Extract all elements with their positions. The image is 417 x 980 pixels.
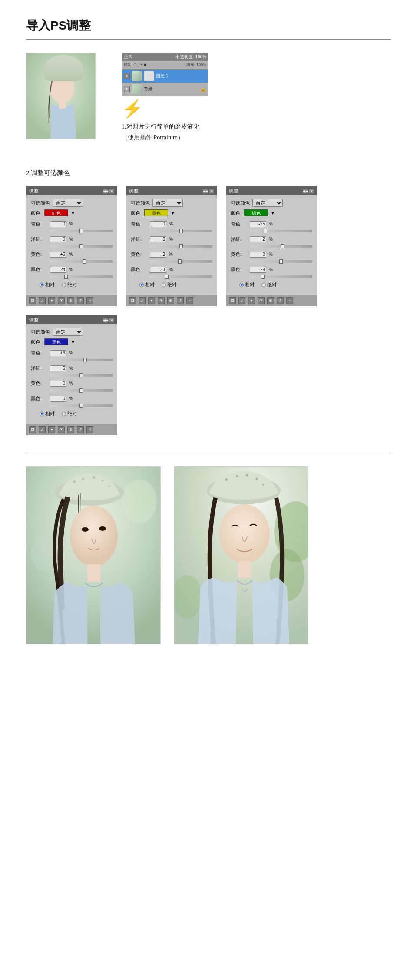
- ps-layer2-row[interactable]: 👁 背景 🔒: [122, 83, 208, 96]
- adj-green-black-slider[interactable]: [250, 275, 312, 278]
- adj-red-yellow-slider[interactable]: [50, 260, 113, 263]
- adj-red-black-slider[interactable]: [50, 275, 113, 278]
- adj-green-cyan-thumb[interactable]: [264, 229, 267, 233]
- g-footer-icon-6[interactable]: ↺: [277, 297, 284, 304]
- adj-green-absolute[interactable]: 绝对: [261, 281, 277, 288]
- b-footer-icon-1[interactable]: ⊡: [29, 426, 36, 433]
- adj-blue-magenta-thumb[interactable]: [79, 373, 83, 377]
- panel-red-pin[interactable]: ◀◀: [103, 189, 108, 194]
- b-footer-icon-4[interactable]: 👁: [58, 426, 65, 433]
- adj-red-relative-radio[interactable]: [40, 283, 44, 287]
- adj-yellow-black-slider[interactable]: [150, 275, 212, 278]
- g-footer-icon-5[interactable]: ⊕: [267, 297, 274, 304]
- panel-red-close[interactable]: ✕: [109, 189, 114, 194]
- footer-icon-7[interactable]: ≡: [86, 297, 93, 304]
- ps-layer1-row[interactable]: 👁 图层 1: [122, 70, 208, 83]
- y-footer-icon-5[interactable]: ⊕: [167, 297, 174, 304]
- adj-blue-black-slider[interactable]: [50, 404, 113, 407]
- adj-blue-magenta-input[interactable]: [50, 365, 66, 371]
- b-footer-icon-3[interactable]: ●: [48, 426, 55, 433]
- adj-green-magenta-input[interactable]: [250, 236, 266, 242]
- adj-yellow-yellow-slider[interactable]: [150, 260, 212, 263]
- adj-blue-black-thumb[interactable]: [79, 404, 83, 408]
- adj-blue-cyan-input[interactable]: [50, 350, 66, 356]
- adj-red-black-thumb[interactable]: [64, 275, 68, 279]
- adj-blue-relative[interactable]: 相对: [40, 411, 55, 417]
- footer-icon-5[interactable]: ⊕: [67, 297, 74, 304]
- adj-green-preset-select[interactable]: 自定: [252, 199, 283, 207]
- adj-blue-yellow-input[interactable]: [50, 381, 66, 387]
- adj-blue-yellow-slider[interactable]: [50, 389, 113, 392]
- adj-blue-absolute[interactable]: 绝对: [62, 411, 77, 417]
- panel-yellow-close[interactable]: ✕: [209, 189, 214, 194]
- adj-red-absolute[interactable]: 绝对: [62, 281, 77, 288]
- adj-red-yellow-thumb[interactable]: [83, 259, 86, 264]
- footer-icon-2[interactable]: ↙: [39, 297, 46, 304]
- adj-green-color-dropdown[interactable]: ▼: [271, 211, 275, 215]
- adj-green-yellow-input[interactable]: [250, 252, 266, 258]
- footer-icon-6[interactable]: ↺: [77, 297, 84, 304]
- adj-red-absolute-radio[interactable]: [62, 283, 66, 287]
- adj-red-preset-select[interactable]: 自定: [53, 199, 83, 207]
- adj-green-yellow-thumb[interactable]: [279, 259, 283, 264]
- adj-yellow-cyan-slider[interactable]: [150, 230, 212, 232]
- adj-yellow-relative-radio[interactable]: [139, 283, 144, 287]
- y-footer-icon-3[interactable]: ●: [148, 297, 155, 304]
- y-footer-icon-4[interactable]: 👁: [158, 297, 165, 304]
- panel-green-pin[interactable]: ◀◀: [302, 189, 308, 194]
- footer-icon-4[interactable]: 👁: [58, 297, 65, 304]
- adj-yellow-black-input[interactable]: [150, 267, 166, 273]
- adj-blue-black-input[interactable]: [50, 396, 66, 402]
- adj-yellow-cyan-input[interactable]: [150, 221, 166, 227]
- g-footer-icon-7[interactable]: ≡: [286, 297, 293, 304]
- adj-yellow-color-dropdown[interactable]: ▼: [171, 211, 175, 215]
- adj-red-magenta-input[interactable]: [50, 236, 66, 242]
- panel-blue-pin[interactable]: ◀◀: [103, 318, 108, 323]
- footer-icon-1[interactable]: ⊡: [29, 297, 36, 304]
- adj-yellow-absolute-radio[interactable]: [162, 283, 166, 287]
- layer2-visibility-icon[interactable]: 👁: [124, 86, 130, 92]
- adj-blue-preset-select[interactable]: 自定: [53, 328, 83, 336]
- b-footer-icon-7[interactable]: ≡: [86, 426, 93, 433]
- adj-yellow-yellow-input[interactable]: [150, 252, 166, 258]
- adj-blue-cyan-slider[interactable]: [50, 359, 113, 361]
- adj-blue-relative-radio[interactable]: [40, 412, 44, 416]
- adj-yellow-magenta-input[interactable]: [150, 236, 166, 242]
- b-footer-icon-2[interactable]: ↙: [39, 426, 46, 433]
- adj-yellow-yellow-thumb[interactable]: [178, 259, 182, 264]
- adj-green-yellow-slider[interactable]: [250, 260, 312, 263]
- adj-green-magenta-thumb[interactable]: [281, 244, 284, 248]
- adj-red-cyan-input[interactable]: [50, 221, 66, 227]
- y-footer-icon-2[interactable]: ↙: [139, 297, 146, 304]
- adj-red-cyan-thumb[interactable]: [79, 229, 83, 233]
- adj-yellow-magenta-thumb[interactable]: [179, 244, 183, 248]
- adj-green-relative-radio[interactable]: [239, 283, 244, 287]
- adj-green-magenta-slider[interactable]: [250, 245, 312, 248]
- adj-red-magenta-slider[interactable]: [50, 245, 113, 248]
- adj-green-black-input[interactable]: [250, 267, 266, 273]
- panel-green-close[interactable]: ✕: [309, 189, 314, 194]
- adj-green-cyan-slider[interactable]: [250, 230, 312, 232]
- g-footer-icon-3[interactable]: ●: [248, 297, 255, 304]
- adj-blue-yellow-thumb[interactable]: [79, 388, 83, 393]
- adj-red-yellow-input[interactable]: [50, 252, 66, 258]
- adj-blue-magenta-slider[interactable]: [50, 374, 113, 377]
- g-footer-icon-1[interactable]: ⊡: [229, 297, 236, 304]
- y-footer-icon-1[interactable]: ⊡: [129, 297, 136, 304]
- layer1-visibility-icon[interactable]: 👁: [124, 73, 130, 79]
- adj-red-color-dropdown[interactable]: ▼: [71, 211, 75, 215]
- adj-yellow-black-thumb[interactable]: [165, 275, 169, 279]
- adj-green-absolute-radio[interactable]: [261, 283, 266, 287]
- adj-green-cyan-input[interactable]: [250, 221, 266, 227]
- g-footer-icon-2[interactable]: ↙: [238, 297, 245, 304]
- adj-yellow-relative[interactable]: 相对: [139, 281, 155, 288]
- adj-yellow-magenta-slider[interactable]: [150, 245, 212, 248]
- adj-yellow-preset-select[interactable]: 自定: [152, 199, 183, 207]
- g-footer-icon-4[interactable]: 👁: [258, 297, 265, 304]
- adj-blue-color-dropdown[interactable]: ▼: [71, 340, 75, 344]
- adj-yellow-absolute[interactable]: 绝对: [162, 281, 177, 288]
- footer-icon-3[interactable]: ●: [48, 297, 55, 304]
- adj-green-black-thumb[interactable]: [261, 275, 265, 279]
- b-footer-icon-6[interactable]: ↺: [77, 426, 84, 433]
- adj-red-black-input[interactable]: [50, 267, 66, 273]
